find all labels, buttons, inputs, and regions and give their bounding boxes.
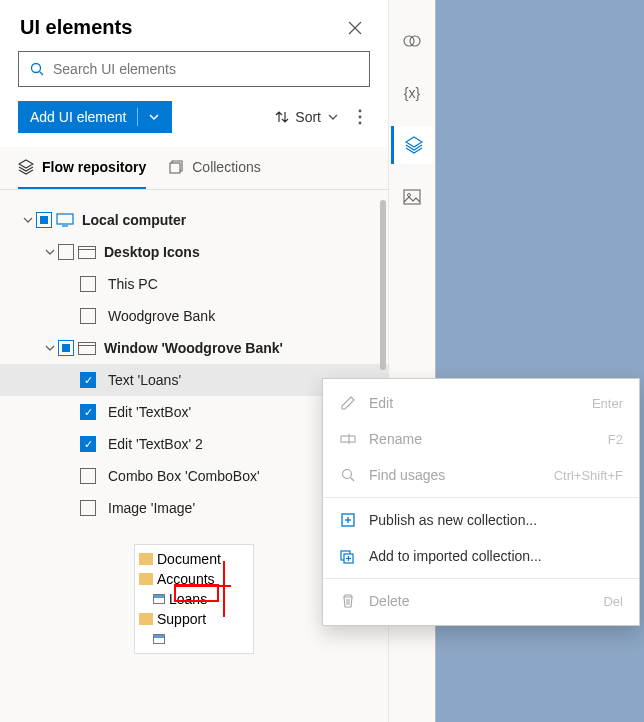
sort-label: Sort bbox=[295, 109, 321, 125]
svg-point-4 bbox=[359, 122, 362, 125]
tree-leaf[interactable]: This PC bbox=[0, 268, 388, 300]
braces-icon: {x} bbox=[404, 85, 420, 101]
checkbox[interactable] bbox=[58, 244, 74, 260]
copilot-icon bbox=[402, 31, 422, 51]
tree-node-root[interactable]: Local computer bbox=[0, 204, 388, 236]
ctx-delete: Delete Del bbox=[323, 583, 639, 619]
svg-line-1 bbox=[40, 72, 44, 76]
ctx-publish-collection[interactable]: Publish as new collection... bbox=[323, 502, 639, 538]
checkbox[interactable]: ✓ bbox=[80, 404, 96, 420]
add-collection-icon bbox=[339, 548, 357, 564]
layers-icon bbox=[18, 159, 34, 175]
window-icon bbox=[78, 341, 96, 355]
tab-label: Collections bbox=[192, 159, 260, 175]
chevron-down-icon[interactable] bbox=[20, 215, 36, 225]
node-label: Desktop Icons bbox=[104, 244, 378, 260]
rail-copilot[interactable] bbox=[391, 22, 433, 60]
checkbox[interactable]: ✓ bbox=[80, 436, 96, 452]
ctx-edit: Edit Enter bbox=[323, 385, 639, 421]
context-menu: Edit Enter Rename F2 Find usages Ctrl+Sh… bbox=[322, 378, 640, 626]
svg-rect-6 bbox=[57, 214, 73, 224]
rename-icon bbox=[339, 431, 357, 447]
ctx-shortcut: F2 bbox=[608, 432, 623, 447]
node-label: Window 'Woodgrove Bank' bbox=[104, 340, 378, 356]
rail-ui-elements[interactable] bbox=[391, 126, 433, 164]
node-label: Local computer bbox=[82, 212, 378, 228]
tab-collections[interactable]: Collections bbox=[168, 147, 260, 189]
checkbox[interactable] bbox=[36, 212, 52, 228]
ctx-label: Add to imported collection... bbox=[369, 548, 542, 564]
sort-icon bbox=[275, 110, 289, 124]
svg-rect-10 bbox=[404, 190, 420, 204]
node-label: Woodgrove Bank bbox=[108, 308, 378, 324]
checkbox[interactable] bbox=[58, 340, 74, 356]
checkbox[interactable] bbox=[80, 500, 96, 516]
svg-line-15 bbox=[351, 478, 355, 482]
ctx-add-imported[interactable]: Add to imported collection... bbox=[323, 538, 639, 574]
button-divider bbox=[137, 108, 138, 126]
add-ui-element-button[interactable]: Add UI element bbox=[18, 101, 172, 133]
element-thumbnail: Document Accounts Loans Support bbox=[134, 544, 254, 654]
svg-point-2 bbox=[359, 110, 362, 113]
tree-node-desktop[interactable]: Desktop Icons bbox=[0, 236, 388, 268]
ctx-shortcut: Ctrl+Shift+F bbox=[554, 468, 623, 483]
tab-label: Flow repository bbox=[42, 159, 146, 175]
search-icon bbox=[339, 467, 357, 483]
svg-point-3 bbox=[359, 116, 362, 119]
ctx-label: Publish as new collection... bbox=[369, 512, 537, 528]
page-title: UI elements bbox=[20, 16, 132, 39]
edit-icon bbox=[339, 395, 357, 411]
svg-point-0 bbox=[32, 64, 41, 73]
svg-rect-12 bbox=[341, 436, 355, 442]
checkbox[interactable] bbox=[80, 308, 96, 324]
tree-leaf[interactable]: Woodgrove Bank bbox=[0, 300, 388, 332]
checkbox[interactable]: ✓ bbox=[80, 372, 96, 388]
sort-button[interactable]: Sort bbox=[269, 105, 345, 129]
chevron-down-icon bbox=[327, 111, 339, 123]
plus-square-icon bbox=[339, 512, 357, 528]
svg-point-14 bbox=[343, 470, 352, 479]
svg-point-8 bbox=[404, 36, 414, 46]
svg-point-11 bbox=[408, 194, 411, 197]
tree-node-window[interactable]: Window 'Woodgrove Bank' bbox=[0, 332, 388, 364]
checkbox[interactable] bbox=[80, 276, 96, 292]
checkbox[interactable] bbox=[80, 468, 96, 484]
ctx-label: Find usages bbox=[369, 467, 445, 483]
rail-images[interactable] bbox=[391, 178, 433, 216]
ctx-label: Delete bbox=[369, 593, 409, 609]
image-icon bbox=[403, 189, 421, 205]
ctx-label: Rename bbox=[369, 431, 422, 447]
ctx-find-usages: Find usages Ctrl+Shift+F bbox=[323, 457, 639, 493]
rail-variables[interactable]: {x} bbox=[391, 74, 433, 112]
search-input-wrapper[interactable] bbox=[18, 51, 370, 87]
collections-icon bbox=[168, 159, 184, 175]
svg-rect-5 bbox=[170, 163, 180, 173]
scrollbar-thumb[interactable] bbox=[380, 200, 386, 370]
more-vertical-icon bbox=[358, 109, 362, 125]
ctx-label: Edit bbox=[369, 395, 393, 411]
close-button[interactable] bbox=[340, 17, 370, 39]
window-icon bbox=[78, 245, 96, 259]
ctx-shortcut: Enter bbox=[592, 396, 623, 411]
context-separator bbox=[323, 578, 639, 579]
ctx-shortcut: Del bbox=[603, 594, 623, 609]
chevron-down-icon[interactable] bbox=[42, 343, 58, 353]
search-input[interactable] bbox=[53, 61, 359, 77]
monitor-icon bbox=[56, 213, 74, 227]
layers-icon bbox=[405, 136, 423, 154]
trash-icon bbox=[339, 593, 357, 609]
more-button[interactable] bbox=[350, 105, 370, 129]
search-icon bbox=[29, 61, 45, 77]
chevron-down-icon bbox=[148, 111, 160, 123]
tab-flow-repository[interactable]: Flow repository bbox=[18, 147, 146, 189]
svg-point-9 bbox=[410, 36, 420, 46]
chevron-down-icon[interactable] bbox=[42, 247, 58, 257]
context-separator bbox=[323, 497, 639, 498]
add-ui-element-label: Add UI element bbox=[30, 109, 127, 125]
node-label: This PC bbox=[108, 276, 378, 292]
ctx-rename: Rename F2 bbox=[323, 421, 639, 457]
